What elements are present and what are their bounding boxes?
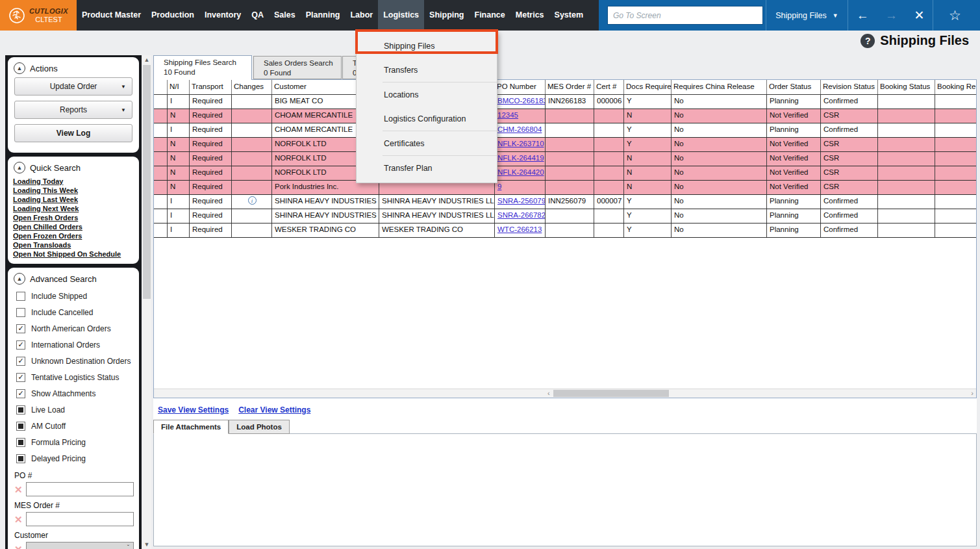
po-number-link[interactable]: CHM-266804 (497, 125, 542, 133)
nav-item-system[interactable]: System (549, 0, 588, 31)
quick-link-open-not-shipped-on-schedule[interactable]: Open Not Shipped On Schedule (13, 249, 134, 259)
menu-item-transfers[interactable]: Transfers (357, 58, 497, 82)
po-number-link[interactable]: SNRA-256079 (497, 197, 546, 205)
checkbox-delayed-pricing[interactable]: Delayed Pricing (13, 450, 134, 466)
scroll-down-icon[interactable]: ▼ (142, 540, 151, 549)
col-header-mes[interactable]: MES Order # (546, 80, 594, 94)
grid-horizontal-scrollbar[interactable]: ‹ › (154, 389, 976, 398)
info-icon[interactable]: i (248, 196, 257, 205)
back-arrow-icon[interactable]: ← (857, 8, 869, 23)
favorite-star-icon[interactable]: ☆ (933, 8, 980, 23)
reports-button[interactable]: Reports▼ (14, 101, 132, 119)
quick-link-loading-next-week[interactable]: Loading Next Week (13, 204, 134, 213)
nav-item-labor[interactable]: Labor (345, 0, 378, 31)
tab-file-attachments[interactable]: File Attachments (153, 420, 229, 434)
table-row[interactable]: NRequiredCHOAM MERCANTILE12345NNoNot Ver… (154, 109, 976, 123)
clear-field-icon[interactable]: ✕ (14, 515, 23, 524)
quick-link-open-fresh-orders[interactable]: Open Fresh Orders (13, 213, 134, 222)
po-number-link[interactable]: WTC-266213 (497, 225, 542, 233)
checkbox-formula-pricing[interactable]: Formula Pricing (13, 434, 134, 450)
col-header-booking_re[interactable]: Booking Re (935, 80, 977, 94)
po-number-field[interactable] (26, 482, 134, 496)
nav-item-inventory[interactable]: Inventory (199, 0, 246, 31)
clear-view-settings-link[interactable]: Clear View Settings (238, 405, 310, 415)
nav-item-shipping[interactable]: Shipping (424, 0, 469, 31)
goto-screen-input[interactable] (607, 6, 763, 25)
checkbox-include-cancelled[interactable]: Include Cancelled (13, 304, 134, 320)
table-row[interactable]: NRequiredPork Industries Inc.9NNoNot Ver… (154, 181, 976, 195)
col-header-transport[interactable]: Transport (190, 80, 232, 94)
nav-item-logistics[interactable]: Logistics (378, 0, 424, 31)
tab-sales-orders-search[interactable]: Sales Orders Search0 Found (253, 56, 342, 79)
table-row[interactable]: NRequiredNORFOLK LTDNFLK-263710YNoNot Ve… (154, 138, 976, 152)
mes-order-field[interactable] (26, 512, 134, 526)
col-header-cert[interactable]: Cert # (594, 80, 624, 94)
table-row[interactable]: IRequiredBIG MEAT COBMCO-266183INN266183… (154, 95, 976, 109)
nav-item-finance[interactable]: Finance (470, 0, 510, 31)
po-number-link[interactable]: SNRA-266782 (497, 211, 546, 219)
screen-selector[interactable]: Shipping Files ▼ (766, 11, 848, 20)
save-view-settings-link[interactable]: Save View Settings (158, 405, 229, 415)
forward-arrow-icon[interactable]: → (885, 8, 898, 23)
scrollbar-thumb[interactable] (553, 390, 669, 397)
sidebar-scrollbar[interactable]: ▲ ▼ (142, 55, 151, 549)
col-header-changes[interactable]: Changes (232, 80, 272, 94)
help-icon[interactable]: ? (861, 34, 875, 48)
quick-link-loading-this-week[interactable]: Loading This Week (13, 186, 134, 195)
checkbox-include-shipped[interactable]: Include Shipped (13, 288, 134, 304)
customer-select[interactable]: ˇ (26, 542, 134, 549)
clear-field-icon[interactable]: ✕ (14, 544, 23, 549)
po-number-link[interactable]: 12345 (497, 111, 518, 119)
nav-item-sales[interactable]: Sales (269, 0, 301, 31)
nav-item-production[interactable]: Production (146, 0, 199, 31)
nav-item-qa[interactable]: QA (246, 0, 269, 31)
scrollbar-thumb[interactable] (143, 65, 151, 299)
col-header-revision[interactable]: Revision Status (821, 80, 878, 94)
table-row[interactable]: IRequiredCHOAM MERCANTILECHM-266804YNoPl… (154, 123, 976, 138)
scroll-left-icon[interactable]: ‹ (547, 389, 550, 397)
menu-item-certificates[interactable]: Certificates (357, 131, 497, 155)
po-number-link[interactable]: NFLK-263710 (497, 140, 544, 147)
collapse-chevron-icon[interactable]: ▲ (14, 162, 25, 173)
scroll-right-icon[interactable]: › (971, 389, 974, 397)
app-logo[interactable]: CUTLOGIX CLTEST (0, 0, 77, 31)
menu-item-transfer-plan[interactable]: Transfer Plan (357, 156, 497, 180)
view-log-button[interactable]: View Log (14, 124, 132, 142)
nav-item-planning[interactable]: Planning (301, 0, 346, 31)
col-header-booking[interactable]: Booking Status (878, 80, 935, 94)
po-number-link[interactable]: 9 (497, 183, 501, 190)
po-number-link[interactable]: NFLK-264420 (497, 168, 544, 176)
col-header-china[interactable]: Requires China Release (672, 80, 767, 94)
menu-item-locations[interactable]: Locations (357, 83, 497, 107)
checkbox-am-cutoff[interactable]: AM Cutoff (13, 418, 134, 434)
table-row[interactable]: NRequiredNORFOLK LTDNFLK-264419NNoNot Ve… (154, 152, 976, 166)
quick-link-open-frozen-orders[interactable]: Open Frozen Orders (13, 231, 134, 240)
checkbox-live-load[interactable]: Live Load (13, 402, 134, 418)
clear-field-icon[interactable]: ✕ (14, 485, 23, 494)
table-row[interactable]: IRequiredWESKER TRADING COWESKER TRADING… (154, 223, 976, 238)
checkbox-north-american-orders[interactable]: ✓North American Orders (13, 320, 134, 337)
nav-item-metrics[interactable]: Metrics (510, 0, 549, 31)
menu-item-logistics-configuration[interactable]: Logistics Configuration (357, 107, 497, 131)
nav-item-product-master[interactable]: Product Master (77, 0, 146, 31)
collapse-chevron-icon[interactable]: ▲ (14, 62, 25, 74)
close-icon[interactable]: ✕ (914, 8, 924, 23)
scroll-up-icon[interactable]: ▲ (142, 55, 151, 64)
col-header-docs[interactable]: Docs Required (624, 80, 672, 94)
table-row[interactable]: IRequiredSHINRA HEAVY INDUSTRIES LLCSHIN… (154, 209, 976, 223)
po-number-link[interactable]: BMCO-266183 (497, 97, 546, 105)
quick-link-open-chilled-orders[interactable]: Open Chilled Orders (13, 222, 134, 231)
checkbox-unknown-destination-orders[interactable]: ✓Unknown Destination Orders (13, 353, 134, 369)
table-row[interactable]: NRequiredNORFOLK LTDNFLK-264420NNoNot Ve… (154, 166, 976, 181)
quick-link-open-transloads[interactable]: Open Transloads (13, 240, 134, 249)
col-header-sel[interactable] (154, 80, 168, 94)
checkbox-tentative-logistics-status[interactable]: ✓Tentative Logistics Status (13, 369, 134, 385)
col-header-ni[interactable]: N/I (168, 80, 190, 94)
col-header-po[interactable]: PO Number (495, 80, 546, 94)
checkbox-show-attachments[interactable]: ✓Show Attachments (13, 385, 134, 402)
collapse-chevron-icon[interactable]: ▲ (14, 273, 25, 285)
col-header-order_status[interactable]: Order Status (767, 80, 821, 94)
tab-load-photos[interactable]: Load Photos (229, 420, 290, 434)
table-row[interactable]: IRequirediSHINRA HEAVY INDUSTRIES LLCSHI… (154, 195, 976, 209)
tab-shipping-files-search[interactable]: Shipping Files Search10 Found (153, 55, 252, 80)
